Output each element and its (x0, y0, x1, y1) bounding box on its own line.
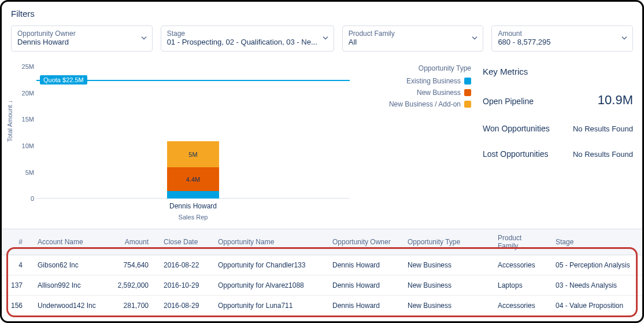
cell-stage: 05 - Perception Analysis (549, 255, 642, 276)
cell-opportunity-owner: Dennis Howard (325, 296, 401, 316)
quota-badge: Quota $22.5M (40, 75, 87, 85)
col-opportunity-type[interactable]: Opportunity Type (401, 229, 491, 255)
swatch-icon (464, 89, 471, 96)
cell-product-family: Accessories (491, 255, 549, 276)
col-product-family[interactable]: Product Family (491, 229, 549, 255)
metric-won-opportunities: Won Opportunities No Results Found (483, 124, 633, 133)
swatch-icon (464, 78, 471, 85)
chevron-down-icon (140, 34, 147, 43)
cell-amount: 281,700 (106, 296, 157, 316)
cell-amount: 754,640 (106, 255, 157, 276)
cell-close-date: 2016-08-22 (157, 255, 211, 276)
legend-item: Existing Business (361, 77, 471, 85)
cell-stage: 03 - Needs Analysis (549, 276, 642, 296)
y-tick: 5M (17, 169, 34, 176)
metric-value: No Results Found (573, 124, 633, 133)
cell-product-family: Accessories (491, 296, 549, 316)
table-row[interactable]: 156Underwood142 Inc281,7002016-08-29Oppo… (2, 296, 642, 316)
legend-title: Opportunity Type (361, 64, 471, 72)
filter-value: 680 - 8,577,295 (498, 38, 616, 47)
bar-segment: 5M (167, 141, 219, 168)
filter-label: Opportunity Owner (17, 30, 136, 38)
col-opportunity-name[interactable]: Opportunity Name (211, 229, 325, 255)
bar-segment: 4.4M (167, 167, 219, 190)
legend-item: New Business / Add-on (361, 100, 471, 108)
metric-label: Won Opportunities (483, 124, 550, 133)
metric-label: Open Pipeline (483, 97, 534, 106)
filter-row: Opportunity Owner Dennis Howard Stage 01… (11, 25, 633, 52)
cell-index: 156 (2, 296, 31, 316)
cell-opportunity-name: Opportunity for Luna711 (211, 296, 325, 316)
filter-stage[interactable]: Stage 01 - Prospecting, 02 - Qualificati… (161, 25, 334, 52)
y-tick: 20M (17, 90, 34, 97)
bar-stack: 5M4.4M (167, 141, 219, 199)
cell-index: 137 (2, 276, 31, 296)
cell-opportunity-type: New Business (401, 276, 491, 296)
key-metrics: Key Metrics Open Pipeline 10.9M Won Oppo… (483, 61, 633, 223)
filter-amount[interactable]: Amount 680 - 8,577,295 (491, 25, 633, 52)
chevron-down-icon (621, 34, 628, 43)
x-axis-label: Sales Rep (179, 214, 208, 221)
cell-opportunity-name: Opportunity for Chandler133 (211, 255, 325, 276)
cell-account-name: Underwood142 Inc (31, 296, 106, 316)
table-row[interactable]: 137Allison992 Inc2,592,0002016-10-29Oppo… (2, 276, 642, 296)
cell-opportunity-owner: Dennis Howard (325, 276, 401, 296)
col-amount[interactable]: Amount (106, 229, 157, 255)
filter-product-family[interactable]: Product Family All (342, 25, 484, 52)
filter-label: Product Family (349, 30, 467, 38)
legend: Opportunity Type Existing Business New B… (361, 61, 471, 223)
cell-account-name: Gibson62 Inc (31, 255, 106, 276)
legend-item: New Business (361, 89, 471, 97)
cell-opportunity-type: New Business (401, 255, 491, 276)
y-tick: 10M (17, 142, 34, 149)
data-table: # Account Name Amount Close Date Opportu… (2, 229, 642, 316)
y-tick: 0 (17, 195, 34, 202)
filter-opportunity-owner[interactable]: Opportunity Owner Dennis Howard (11, 25, 153, 52)
filter-label: Stage (167, 30, 317, 38)
filter-value: Dennis Howard (17, 38, 136, 47)
col-index[interactable]: # (2, 229, 31, 255)
col-stage[interactable]: Stage (549, 229, 642, 255)
y-axis-label: Total Amount ↓ (6, 100, 13, 142)
table-row[interactable]: 4Gibson62 Inc754,6402016-08-22Opportunit… (2, 255, 642, 276)
bar-segment (167, 191, 219, 199)
cell-product-family: Laptops (491, 276, 549, 296)
chevron-down-icon (322, 34, 329, 43)
col-close-date[interactable]: Close Date (157, 229, 211, 255)
filters-title: Filters (11, 9, 633, 19)
data-table-wrap: # Account Name Amount Close Date Opportu… (2, 229, 642, 316)
cell-stage: 04 - Value Proposition (549, 296, 642, 316)
col-opportunity-owner[interactable]: Opportunity Owner (325, 229, 401, 255)
chart: Total Amount ↓ 05M10M15M20M25MQuota $22.… (11, 61, 350, 223)
filter-label: Amount (498, 30, 616, 38)
cell-close-date: 2016-08-29 (157, 296, 211, 316)
swatch-icon (464, 101, 471, 108)
table-header-row: # Account Name Amount Close Date Opportu… (2, 229, 642, 255)
x-category: Dennis Howard (169, 202, 217, 210)
cell-opportunity-type: New Business (401, 296, 491, 316)
cell-opportunity-name: Opportunity for Alvarez1088 (211, 276, 325, 296)
cell-close-date: 2016-10-29 (157, 276, 211, 296)
cell-opportunity-owner: Dennis Howard (325, 255, 401, 276)
chevron-down-icon (471, 34, 478, 43)
metric-lost-opportunities: Lost Opportunities No Results Found (483, 149, 633, 159)
cell-index: 4 (2, 255, 31, 276)
filter-value: 01 - Prospecting, 02 - Qualification, 03… (167, 38, 317, 47)
metrics-title: Key Metrics (483, 67, 633, 76)
metric-label: Lost Opportunities (483, 149, 549, 159)
cell-amount: 2,592,000 (106, 276, 157, 296)
y-tick: 15M (17, 116, 34, 123)
metric-open-pipeline: Open Pipeline 10.9M (483, 93, 633, 108)
metric-value: No Results Found (573, 150, 633, 159)
y-tick: 25M (17, 63, 34, 70)
col-account-name[interactable]: Account Name (31, 229, 106, 255)
metric-value: 10.9M (598, 93, 633, 108)
filter-value: All (349, 38, 467, 47)
cell-account-name: Allison992 Inc (31, 276, 106, 296)
